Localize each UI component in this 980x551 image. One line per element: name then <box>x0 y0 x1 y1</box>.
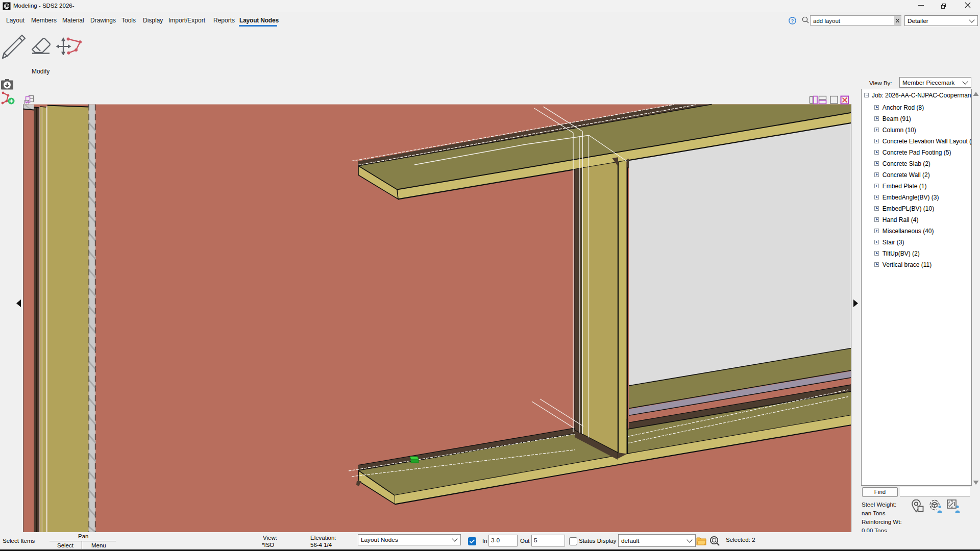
svg-text:?: ? <box>791 18 794 23</box>
